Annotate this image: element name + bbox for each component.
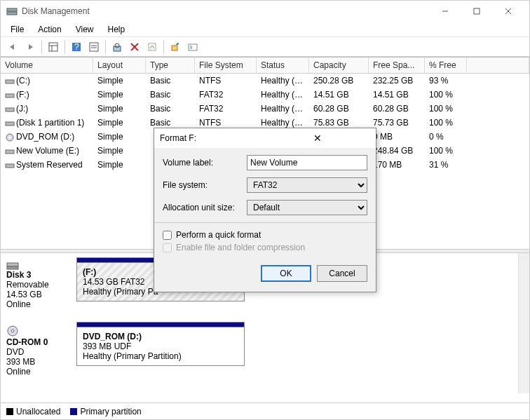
menubar: File Action View Help bbox=[1, 22, 529, 37]
volume-icon bbox=[5, 133, 15, 142]
partition-status: Healthy (Primary Pa bbox=[83, 287, 158, 297]
format-dialog: Format F: ✕ Volume label: File system: F… bbox=[154, 128, 376, 292]
extend-button[interactable] bbox=[168, 39, 183, 55]
compression-checkbox bbox=[163, 243, 172, 252]
svg-rect-28 bbox=[6, 150, 14, 154]
quick-format-label: Perform a quick format bbox=[176, 230, 261, 240]
quick-format-checkbox[interactable] bbox=[163, 231, 172, 240]
col-status[interactable]: Status bbox=[257, 57, 309, 73]
allocation-select[interactable]: Default bbox=[247, 200, 367, 215]
disk-type: Removable bbox=[6, 280, 49, 290]
vertical-scrollbar[interactable] bbox=[518, 253, 529, 393]
svg-rect-22 bbox=[6, 80, 14, 83]
table-row[interactable]: (C:)SimpleBasicNTFSHealthy (B...250.28 G… bbox=[1, 74, 529, 88]
cdrom-part-label: DVD_ROM (D:) bbox=[83, 332, 142, 341]
svg-rect-11 bbox=[90, 43, 98, 51]
svg-rect-29 bbox=[6, 164, 14, 168]
settings-button[interactable] bbox=[185, 39, 201, 55]
menu-file[interactable]: File bbox=[5, 23, 29, 36]
partition-label: (F:) bbox=[83, 267, 96, 277]
filesystem-select[interactable]: FAT32 bbox=[247, 177, 367, 193]
partition-size: 14.53 GB FAT32 bbox=[83, 277, 145, 287]
volume-icon bbox=[5, 78, 15, 85]
volume-icon bbox=[5, 106, 15, 113]
svg-rect-0 bbox=[7, 8, 17, 11]
svg-rect-23 bbox=[6, 94, 14, 97]
menu-action[interactable]: Action bbox=[32, 23, 67, 36]
compression-label: Enable file and folder compression bbox=[176, 243, 305, 252]
allocation-label: Allocation unit size: bbox=[163, 203, 247, 212]
action-list-button[interactable] bbox=[86, 39, 102, 55]
svg-rect-25 bbox=[6, 122, 14, 126]
svg-rect-6 bbox=[49, 43, 57, 51]
svg-rect-20 bbox=[189, 44, 197, 50]
cdrom-size: 393 MB bbox=[6, 357, 35, 367]
svg-rect-18 bbox=[149, 43, 156, 50]
ok-button[interactable]: OK bbox=[261, 265, 311, 282]
legend-primary: Primary partition bbox=[80, 407, 141, 416]
cdrom-name: CD-ROM 0 bbox=[6, 337, 48, 347]
svg-rect-19 bbox=[172, 46, 177, 50]
forward-button[interactable] bbox=[22, 39, 38, 55]
cdrom-type: DVD bbox=[6, 347, 24, 357]
dialog-close-button[interactable]: ✕ bbox=[265, 133, 370, 144]
col-layout[interactable]: Layout bbox=[93, 57, 146, 73]
svg-rect-30 bbox=[7, 263, 18, 266]
table-row[interactable]: (J:)SimpleBasicFAT32Healthy (P...60.28 G… bbox=[1, 102, 529, 116]
menu-help[interactable]: Help bbox=[102, 23, 131, 36]
disk-block-cdrom: CD-ROM 0 DVD 393 MB Online DVD_ROM (D:) … bbox=[6, 322, 512, 377]
svg-rect-1 bbox=[7, 12, 17, 15]
table-row[interactable]: (F:)SimpleBasicFAT32Healthy (P...14.51 G… bbox=[1, 88, 529, 102]
close-button[interactable] bbox=[492, 1, 524, 21]
svg-rect-3 bbox=[474, 8, 480, 14]
col-freespace[interactable]: Free Spa... bbox=[369, 57, 425, 73]
col-filesystem[interactable]: File System bbox=[195, 57, 257, 73]
volume-icon bbox=[5, 148, 15, 155]
cancel-button[interactable]: Cancel bbox=[317, 265, 367, 282]
maximize-button[interactable] bbox=[461, 1, 492, 21]
dialog-title: Format F: bbox=[160, 133, 265, 143]
cdrom-icon bbox=[6, 325, 76, 337]
svg-rect-14 bbox=[114, 46, 121, 51]
svg-rect-24 bbox=[6, 108, 14, 111]
col-pctfree[interactable]: % Free bbox=[425, 57, 467, 73]
svg-rect-21 bbox=[190, 46, 192, 49]
window-title: Disk Management bbox=[22, 6, 429, 16]
titlebar: Disk Management bbox=[1, 1, 529, 22]
volume-icon bbox=[5, 92, 15, 99]
cdrom-part-size: 393 MB UDF bbox=[83, 341, 131, 351]
app-icon bbox=[6, 6, 18, 17]
svg-text:?: ? bbox=[74, 42, 79, 52]
help-button[interactable]: ? bbox=[69, 39, 84, 55]
legend: Unallocated Primary partition bbox=[1, 402, 529, 419]
svg-rect-31 bbox=[7, 266, 18, 269]
legend-unallocated: Unallocated bbox=[16, 407, 60, 416]
back-button[interactable] bbox=[5, 39, 20, 55]
cdrom-state: Online bbox=[6, 367, 31, 377]
disk-name: Disk 3 bbox=[6, 270, 31, 280]
grid-header: Volume Layout Type File System Status Ca… bbox=[1, 57, 529, 74]
cdrom-partition-map[interactable]: DVD_ROM (D:) 393 MB UDF Healthy (Primary… bbox=[76, 322, 245, 377]
disk-size: 14.53 GB bbox=[6, 290, 42, 299]
volume-icon bbox=[5, 120, 15, 127]
volume-label-input[interactable] bbox=[247, 155, 367, 170]
show-hide-button[interactable] bbox=[46, 39, 61, 55]
svg-point-27 bbox=[9, 136, 11, 138]
toolbar: ? bbox=[1, 37, 529, 57]
col-volume[interactable]: Volume bbox=[1, 57, 93, 73]
filesystem-label: File system: bbox=[163, 180, 247, 190]
svg-point-33 bbox=[11, 330, 14, 332]
delete-button[interactable] bbox=[127, 39, 142, 55]
disk-icon bbox=[6, 260, 76, 270]
refresh-button[interactable] bbox=[109, 39, 125, 55]
col-type[interactable]: Type bbox=[146, 57, 195, 73]
cdrom-part-status: Healthy (Primary Partition) bbox=[83, 351, 182, 361]
minimize-button[interactable] bbox=[429, 1, 461, 21]
menu-view[interactable]: View bbox=[70, 23, 100, 36]
properties-button[interactable] bbox=[144, 39, 160, 55]
volume-icon bbox=[5, 162, 15, 169]
col-capacity[interactable]: Capacity bbox=[309, 57, 369, 73]
disk-state: Online bbox=[6, 299, 31, 309]
volume-label-label: Volume label: bbox=[163, 158, 247, 168]
